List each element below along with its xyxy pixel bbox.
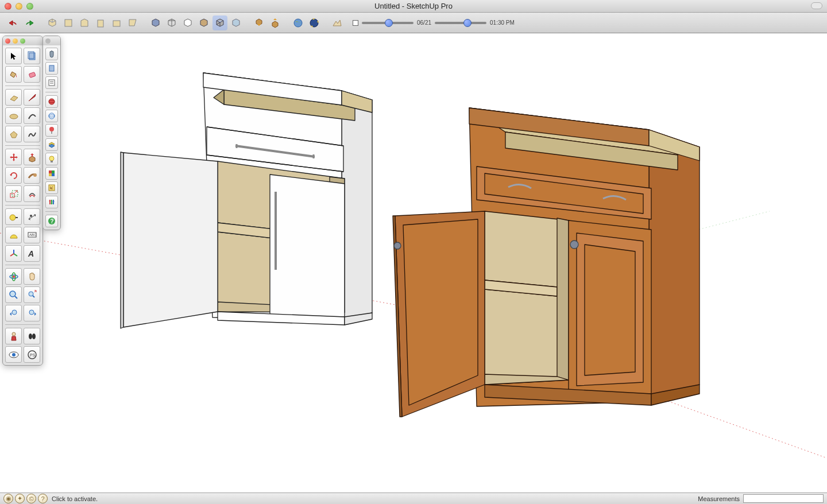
line-tool[interactable]: [24, 89, 40, 106]
svg-point-34: [13, 276, 15, 278]
sphere-blue-icon[interactable]: [45, 110, 58, 122]
pushpull-tool[interactable]: [24, 149, 40, 165]
look-around-tool[interactable]: [5, 346, 22, 363]
date-slider[interactable]: [362, 22, 413, 24]
palette-close-button[interactable]: [5, 38, 10, 44]
zoom-extents-tool[interactable]: [24, 286, 40, 303]
sphere-red-icon[interactable]: [45, 95, 58, 108]
text-tool[interactable]: ABC: [24, 227, 40, 243]
svg-point-24: [10, 215, 16, 220]
close-window-button[interactable]: [5, 3, 11, 10]
palette-header[interactable]: [3, 36, 42, 45]
freehand-tool[interactable]: [24, 126, 40, 142]
redo-button[interactable]: [22, 15, 37, 30]
svg-line-10: [207, 155, 343, 172]
style-wireframe-button[interactable]: [164, 15, 179, 30]
previous-view-tool[interactable]: [5, 305, 22, 321]
resize-icon[interactable]: [45, 181, 58, 194]
tool-palette-secondary[interactable]: ?: [42, 36, 61, 230]
view-back-button[interactable]: [109, 15, 124, 30]
view-iso-button[interactable]: [45, 15, 60, 30]
geo-location-button[interactable]: [291, 15, 306, 30]
make-component-tool[interactable]: [24, 48, 40, 64]
svg-text:PS: PS: [30, 353, 36, 357]
outliner-icon[interactable]: [45, 76, 58, 89]
get-models-button[interactable]: [252, 15, 266, 30]
style-monochrome-button[interactable]: [212, 15, 227, 30]
viewport[interactable]: ABC A PS: [0, 33, 827, 493]
svg-rect-63: [52, 173, 55, 176]
polygon-tool[interactable]: [5, 126, 22, 142]
titlebar-toggle-button[interactable]: [811, 2, 822, 9]
position-camera-tool[interactable]: [5, 328, 22, 344]
style-hidden-button[interactable]: [180, 15, 195, 30]
svg-rect-2: [113, 21, 120, 26]
preview-earth-button[interactable]: [307, 15, 322, 30]
credits-icon[interactable]: ©: [26, 494, 36, 503]
toggle-terrain-button[interactable]: [330, 15, 345, 30]
style-xray-button[interactable]: [229, 15, 244, 30]
layers-icon[interactable]: [45, 138, 58, 151]
tool-palette-main[interactable]: ABC A PS: [2, 36, 43, 366]
move-tool[interactable]: [5, 149, 22, 165]
help-status-icon[interactable]: ?: [38, 494, 48, 503]
rotate-tool[interactable]: [5, 167, 22, 184]
svg-point-16: [394, 242, 401, 249]
svg-rect-60: [49, 170, 52, 173]
zoom-tool[interactable]: [5, 286, 22, 303]
paint-bucket-tool[interactable]: [5, 66, 22, 83]
share-model-button[interactable]: [268, 15, 283, 30]
orbit-tool[interactable]: [5, 268, 22, 285]
measurements-input[interactable]: [743, 494, 824, 503]
svg-point-20: [10, 114, 18, 119]
component-icon[interactable]: [45, 62, 58, 75]
svg-text:A: A: [28, 249, 34, 258]
zoom-window-button[interactable]: [26, 3, 33, 10]
protractor-tool[interactable]: [5, 227, 22, 243]
date-slider-thumb[interactable]: [385, 19, 393, 27]
palette-header[interactable]: [43, 36, 60, 45]
svg-point-52: [49, 99, 55, 104]
view-top-button[interactable]: [61, 15, 76, 30]
tape-measure-tool[interactable]: [5, 208, 22, 225]
circle-tool[interactable]: [5, 107, 22, 124]
svg-rect-0: [65, 20, 72, 26]
svg-rect-1: [98, 20, 103, 27]
offset-tool[interactable]: [24, 185, 40, 202]
axes-tool[interactable]: [5, 245, 22, 262]
style-shaded-button[interactable]: [148, 15, 163, 30]
pin-red-icon[interactable]: [45, 124, 58, 137]
select-tool[interactable]: [5, 48, 22, 64]
pan-tool[interactable]: [24, 268, 40, 285]
hand-icon[interactable]: [45, 48, 58, 60]
dimension-tool[interactable]: [24, 208, 40, 225]
time-slider-thumb[interactable]: [463, 19, 472, 27]
section-plane-tool[interactable]: PS: [24, 346, 40, 363]
eraser-tool[interactable]: [24, 66, 40, 83]
rectangle-tool[interactable]: [5, 89, 22, 106]
instructor-icon[interactable]: ◉: [3, 494, 13, 503]
svg-point-15: [570, 241, 578, 249]
view-front-button[interactable]: [77, 15, 92, 30]
view-left-button[interactable]: [125, 15, 140, 30]
materials-icon[interactable]: [45, 167, 58, 180]
shadow-toggle-button[interactable]: [353, 20, 358, 26]
time-slider[interactable]: [435, 22, 486, 24]
style-shaded-textures-button[interactable]: [196, 15, 211, 30]
sliders-icon[interactable]: [45, 196, 58, 208]
3dtext-tool[interactable]: A: [24, 245, 40, 262]
arc-tool[interactable]: [24, 107, 40, 124]
palette-close-button[interactable]: [45, 38, 51, 44]
palette-zoom-button[interactable]: [20, 38, 25, 44]
followme-tool[interactable]: [24, 167, 40, 184]
minimize-window-button[interactable]: [16, 3, 22, 10]
help-icon[interactable]: ?: [45, 215, 58, 227]
next-view-tool[interactable]: [24, 305, 40, 321]
lightbulb-icon[interactable]: [45, 153, 58, 165]
geo-icon[interactable]: ✦: [15, 494, 25, 503]
undo-button[interactable]: [6, 15, 21, 30]
view-right-button[interactable]: [93, 15, 108, 30]
walk-tool[interactable]: [24, 328, 40, 344]
scale-tool[interactable]: [5, 185, 22, 202]
palette-minimize-button[interactable]: [13, 38, 18, 44]
